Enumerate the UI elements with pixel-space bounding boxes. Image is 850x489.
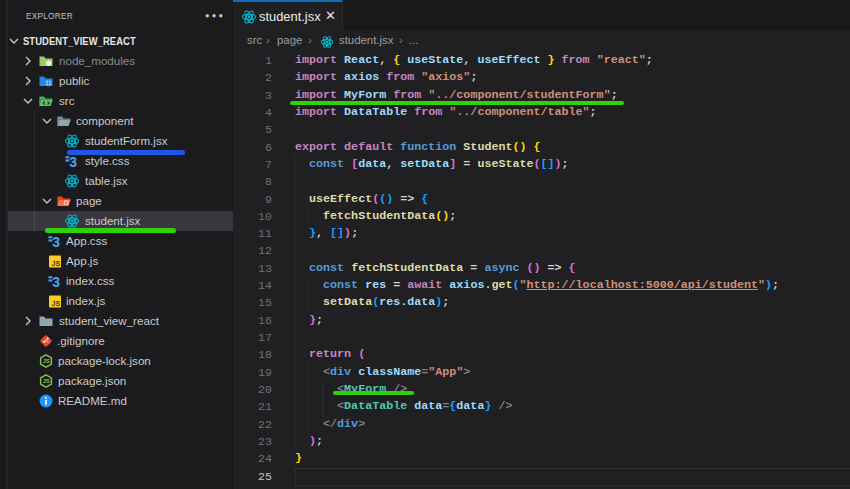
svg-text:3: 3 bbox=[52, 274, 60, 289]
svg-text:JS: JS bbox=[51, 259, 60, 268]
svg-text:JS: JS bbox=[51, 299, 60, 308]
svg-text:JS: JS bbox=[43, 358, 50, 364]
svg-text:3: 3 bbox=[52, 234, 60, 249]
svg-text:JS: JS bbox=[43, 378, 50, 384]
svg-text:3: 3 bbox=[69, 154, 77, 169]
